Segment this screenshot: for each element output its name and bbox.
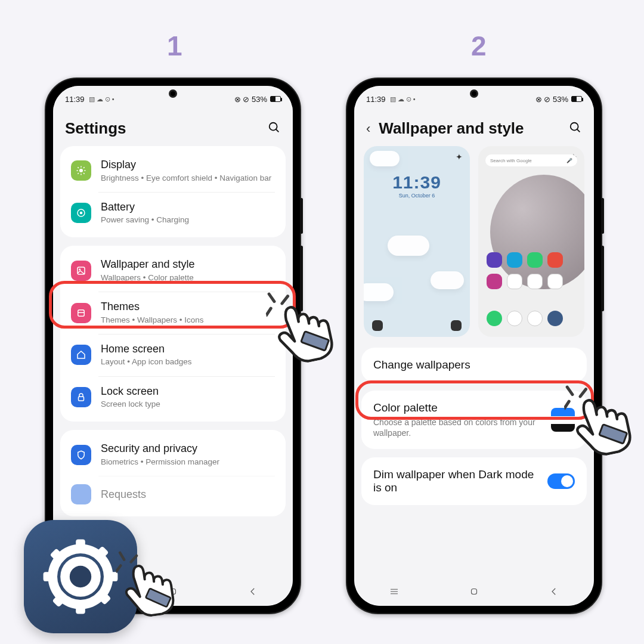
app-settings-icon <box>547 311 563 326</box>
flashlight-icon <box>372 320 383 331</box>
settings-item-home[interactable]: Home screen Layout • App icon badges <box>60 334 286 376</box>
search-icon[interactable] <box>268 121 281 137</box>
step-number-2: 2 <box>471 30 487 62</box>
settings-group-security: Security and privacy Biometrics • Permis… <box>60 430 286 516</box>
wallpaper-icon <box>71 261 91 281</box>
settings-group-display: Display Brightness • Eye comfort shield … <box>60 146 286 237</box>
lock-preview-time: 11:39 <box>364 172 470 193</box>
mic-icon: 🎤 <box>566 158 572 163</box>
camera-icon <box>451 320 462 331</box>
svg-point-22 <box>571 122 578 130</box>
star-icon: ✦ <box>456 152 463 162</box>
settings-item-battery[interactable]: Battery Power saving • Charging <box>60 192 286 234</box>
app-phone-icon <box>487 311 502 326</box>
app-camera-icon <box>547 252 563 268</box>
svg-rect-31 <box>44 572 57 581</box>
change-wallpapers-button[interactable]: Change wallpapers <box>361 348 587 382</box>
android-navbar <box>354 580 594 606</box>
svg-point-0 <box>270 122 277 130</box>
color-palette-option[interactable]: Color palette Choose a palette based on … <box>361 391 587 449</box>
settings-item-label: Display <box>101 158 275 172</box>
nav-recents-icon[interactable] <box>389 586 400 600</box>
step-number-1: 1 <box>167 30 182 62</box>
home-icon <box>71 345 91 365</box>
svg-rect-27 <box>472 589 477 594</box>
svg-point-12 <box>80 212 83 215</box>
toggle-on-icon[interactable] <box>547 473 575 489</box>
app-youtube-icon <box>527 274 543 289</box>
homescreen-preview[interactable]: ✦ Search with Google🎤 <box>478 146 584 337</box>
themes-icon <box>71 303 91 323</box>
front-camera <box>470 89 478 98</box>
nav-home-icon[interactable] <box>469 586 479 600</box>
nav-back-icon[interactable] <box>247 586 258 600</box>
svg-line-7 <box>78 168 79 169</box>
app-gallery-icon <box>487 274 502 289</box>
svg-line-9 <box>78 173 79 174</box>
app-photos-icon <box>527 311 543 326</box>
svg-rect-30 <box>76 600 85 614</box>
svg-rect-21 <box>171 589 176 594</box>
svg-line-10 <box>83 168 85 169</box>
dim-wallpaper-option[interactable]: Dim wallpaper when Dark mode is on <box>361 457 587 505</box>
app-onedrive-icon <box>507 274 522 289</box>
svg-line-1 <box>276 129 279 132</box>
lockscreen-preview[interactable]: ✦ 11:39 Sun, October 6 <box>364 146 470 337</box>
page-title: Wallpaper and style <box>379 119 524 138</box>
battery-icon <box>270 96 281 102</box>
front-camera <box>169 89 177 98</box>
search-icon[interactable] <box>569 121 582 137</box>
svg-rect-29 <box>76 540 85 553</box>
phone-mock-2: 11:39 ▧ ☁ ⊙ • ⊗ ⊘ 53% ‹ Wallpaper and st… <box>346 78 602 614</box>
settings-item-security[interactable]: Security and privacy Biometrics • Permis… <box>60 434 286 476</box>
settings-item-lock[interactable]: Lock screen Screen lock type <box>60 376 286 419</box>
settings-item-sub: Brightness • Eye comfort shield • Naviga… <box>101 173 275 184</box>
svg-rect-17 <box>79 397 84 401</box>
svg-line-8 <box>83 173 85 174</box>
nav-back-icon[interactable] <box>549 586 559 600</box>
svg-point-14 <box>79 268 80 270</box>
settings-item-requests[interactable]: Requests <box>60 476 286 513</box>
lock-icon <box>71 387 91 407</box>
display-icon <box>71 160 91 181</box>
battery-settings-icon <box>71 203 91 223</box>
wallpaper-header: ‹ Wallpaper and style <box>354 112 594 146</box>
google-search-widget: Search with Google🎤 <box>485 154 577 166</box>
status-left-icons: ▧ ☁ ⊙ • <box>89 95 114 103</box>
app-calendar-icon <box>507 252 522 268</box>
svg-point-2 <box>79 169 83 172</box>
wallpaper-planet <box>490 175 584 289</box>
lock-preview-date: Sun, October 6 <box>364 193 470 199</box>
app-maps-icon <box>547 274 563 289</box>
page-title: Settings <box>65 119 126 138</box>
settings-item-themes[interactable]: Themes Themes • Wallpapers • Icons <box>60 292 286 334</box>
shield-icon <box>71 445 91 465</box>
status-time: 11:39 <box>65 95 85 104</box>
app-clock-icon <box>487 252 502 268</box>
settings-item-display[interactable]: Display Brightness • Eye comfort shield … <box>60 150 286 192</box>
wallpaper-previews: ✦ 11:39 Sun, October 6 ✦ Search with Goo… <box>354 146 594 348</box>
settings-header: Settings <box>53 112 293 146</box>
battery-icon <box>571 96 582 102</box>
settings-item-wallpaper[interactable]: Wallpaper and style Wallpapers • Color p… <box>60 249 286 292</box>
nav-home-icon[interactable] <box>168 586 178 600</box>
requests-icon <box>71 484 91 504</box>
status-right-icons: ⊗ ⊘ 53% <box>234 95 267 104</box>
settings-app-icon[interactable] <box>24 520 137 633</box>
app-chrome-icon <box>507 311 522 326</box>
back-icon[interactable]: ‹ <box>366 121 370 137</box>
settings-group-personalize: Wallpaper and style Wallpapers • Color p… <box>60 246 286 422</box>
app-messages-icon <box>527 252 543 268</box>
svg-point-38 <box>70 566 91 587</box>
palette-swatch-icon <box>551 408 575 432</box>
svg-line-23 <box>577 129 580 132</box>
svg-rect-32 <box>104 572 117 581</box>
